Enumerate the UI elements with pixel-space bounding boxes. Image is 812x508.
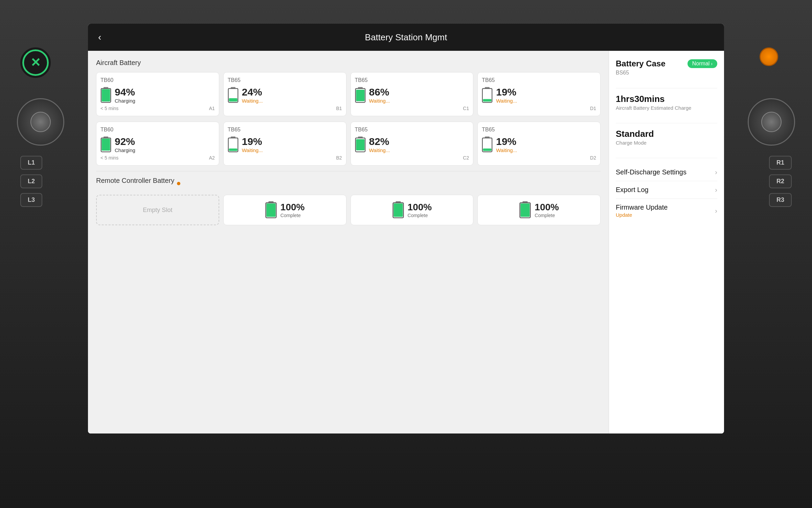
battery-time-a2: < 5 mins (100, 155, 118, 161)
panel-divider-2 (616, 123, 717, 123)
charge-time-label: Aircraft Battery Estimated Charge (616, 105, 717, 111)
battery-slot-label-c2: C2 (463, 155, 469, 161)
charge-mode-section: Standard Charge Mode (616, 129, 717, 146)
svg-rect-14 (102, 139, 110, 151)
battery-slot-label-a1: A1 (209, 106, 215, 111)
battery-type-b1: TB65 (228, 77, 342, 83)
export-log-chevron: › (715, 186, 717, 194)
rc-title-row: Remote Controller Battery (96, 177, 601, 190)
battery-type-a2: TB60 (100, 127, 215, 133)
battery-footer-c1: C1 (355, 106, 469, 111)
battery-icon-b2 (228, 136, 239, 153)
battery-icon-b1 (228, 87, 239, 104)
battery-pct-a2: 92% (115, 136, 135, 147)
battery-slot-a2: TB60 92% Charging < 5 mins (96, 122, 219, 166)
r1-button[interactable]: R1 (769, 156, 792, 170)
l1-button[interactable]: L1 (20, 156, 42, 170)
right-side-buttons: R1 R2 R3 (769, 156, 792, 207)
rc-battery-info-4: 100% Complete (519, 201, 559, 219)
aircraft-battery-row2: TB60 92% Charging < 5 mins (96, 122, 601, 166)
battery-info-d1: 19% Waiting... (482, 87, 596, 104)
right-joystick-knob (761, 112, 782, 132)
rc-battery-icon-4 (519, 201, 531, 219)
battery-slot-b2: TB65 19% Waiting... (223, 122, 346, 166)
rc-status-2: Complete (280, 213, 305, 218)
left-joystick-area (17, 98, 64, 146)
rc-battery-section: Remote Controller Battery Empty Slot (96, 177, 601, 225)
chevron-right-icon: › (711, 61, 713, 66)
charge-time-section: 1hrs30mins Aircraft Battery Estimated Ch… (616, 94, 717, 111)
export-log-menu-item[interactable]: Export Log › (616, 181, 717, 199)
battery-footer-d2: D2 (482, 155, 596, 161)
back-button[interactable]: ‹ (98, 32, 101, 43)
normal-badge[interactable]: Normal › (687, 59, 717, 68)
right-joystick-base[interactable] (748, 98, 795, 146)
firmware-update-label-group: Firmware Update Update (616, 204, 668, 218)
battery-type-d2: TB65 (482, 127, 596, 133)
self-discharge-label: Self-Discharge Settings (616, 168, 686, 176)
left-panel: Aircraft Battery TB60 94% Chargin (88, 51, 609, 433)
battery-icon-c2 (355, 136, 366, 153)
svg-rect-32 (521, 204, 530, 217)
orange-button[interactable] (760, 47, 778, 66)
battery-footer-a1: < 5 mins A1 (100, 106, 215, 111)
battery-info-b1: 24% Waiting... (228, 87, 342, 104)
battery-type-b2: TB65 (228, 127, 342, 133)
battery-status-c1: Waiting... (369, 98, 390, 104)
battery-type-c2: TB65 (355, 127, 469, 133)
rc-slot-4: 100% Complete (477, 195, 601, 225)
battery-type-d1: TB65 (482, 77, 596, 83)
svg-rect-11 (483, 99, 492, 102)
battery-info-a1: 94% Charging (100, 87, 215, 104)
l3-button[interactable]: L3 (20, 193, 42, 207)
left-joystick-base[interactable] (17, 98, 64, 146)
rc-status-3: Complete (408, 213, 432, 218)
rc-slot-1-empty: Empty Slot (96, 195, 219, 225)
green-ring: ✕ (22, 49, 49, 76)
svg-rect-2 (102, 89, 110, 101)
l2-button[interactable]: L2 (20, 174, 42, 188)
battery-status-c2: Waiting... (369, 147, 390, 153)
panel-subtitle: BS65 (616, 70, 717, 76)
svg-rect-8 (356, 90, 364, 101)
section-divider (96, 171, 601, 171)
right-joystick-area (748, 98, 795, 146)
battery-slot-label-b1: B1 (336, 106, 342, 111)
green-circle-button[interactable]: ✕ (20, 47, 51, 78)
self-discharge-chevron: › (715, 168, 717, 176)
self-discharge-menu-item[interactable]: Self-Discharge Settings › (616, 164, 717, 181)
rc-battery-info-3: 100% Complete (392, 201, 432, 219)
battery-status-b1: Waiting... (242, 98, 263, 104)
firmware-update-chevron: › (715, 207, 717, 215)
battery-icon-d1 (482, 87, 493, 104)
r3-button[interactable]: R3 (769, 193, 792, 207)
rc-slot-2: 100% Complete (223, 195, 346, 225)
battery-footer-c2: C2 (355, 155, 469, 161)
panel-title: Battery Case (616, 59, 666, 68)
svg-rect-23 (483, 149, 492, 151)
battery-slot-label-c1: C1 (463, 106, 469, 111)
firmware-update-menu-item[interactable]: Firmware Update Update › (616, 199, 717, 223)
battery-pct-c2: 82% (369, 136, 390, 147)
battery-slot-label-b2: B2 (336, 155, 342, 161)
firmware-update-sub: Update (616, 212, 668, 218)
battery-pct-d2: 19% (496, 136, 517, 147)
battery-slot-d2: TB65 19% Waiting... (477, 122, 601, 166)
battery-status-d1: Waiting... (496, 98, 517, 104)
battery-icon-a1 (100, 87, 111, 104)
battery-info-c2: 82% Waiting... (355, 136, 469, 153)
battery-icon-c1 (355, 87, 366, 104)
svg-rect-5 (229, 98, 237, 102)
battery-type-c1: TB65 (355, 77, 469, 83)
battery-slot-label-d1: D1 (590, 106, 596, 111)
battery-pct-b1: 24% (242, 87, 263, 97)
charge-time-value: 1hrs30mins (616, 94, 717, 104)
x-icon: ✕ (30, 56, 41, 70)
rc-pct-3: 100% (408, 202, 432, 213)
rc-pct-4: 100% (535, 202, 559, 213)
battery-footer-d1: D1 (482, 106, 596, 111)
r2-button[interactable]: R2 (769, 174, 792, 188)
rc-battery-title: Remote Controller Battery (96, 177, 174, 185)
battery-info-b2: 19% Waiting... (228, 136, 342, 153)
battery-info-a2: 92% Charging (100, 136, 215, 153)
